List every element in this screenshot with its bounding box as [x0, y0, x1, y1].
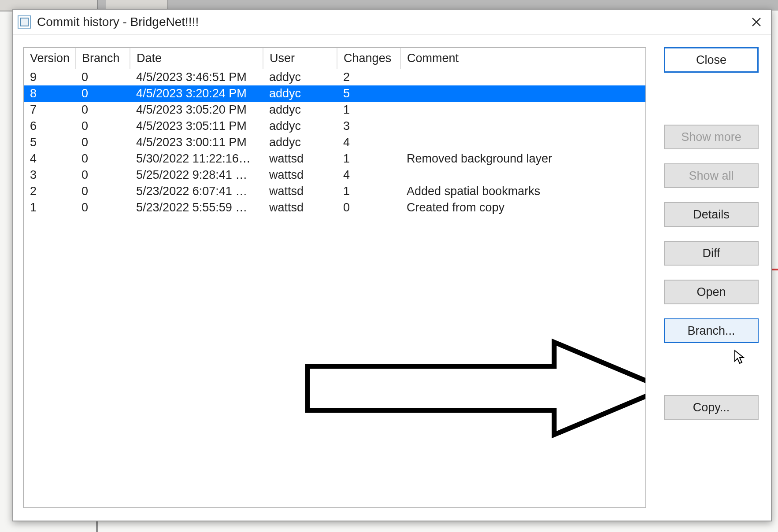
cell-date: 5/30/2022 11:22:16…	[130, 151, 263, 167]
cell-comment	[400, 85, 645, 102]
branch-button[interactable]: Branch...	[664, 318, 759, 343]
cell-user: addyc	[263, 118, 337, 134]
copy-button[interactable]: Copy...	[664, 395, 759, 420]
cell-user: wattsd	[263, 183, 337, 200]
cell-version: 7	[24, 102, 75, 118]
cell-user: wattsd	[263, 167, 337, 183]
cell-version: 5	[24, 134, 75, 151]
cell-changes: 1	[337, 102, 400, 118]
cell-branch: 0	[75, 118, 130, 134]
show-all-button[interactable]: Show all	[664, 163, 759, 188]
cell-comment	[400, 118, 645, 134]
cell-date: 4/5/2023 3:05:11 PM	[130, 118, 263, 134]
cell-version: 2	[24, 183, 75, 200]
col-branch[interactable]: Branch	[75, 48, 130, 69]
close-button[interactable]: Close	[664, 47, 759, 73]
cell-date: 4/5/2023 3:46:51 PM	[130, 69, 263, 86]
cell-version: 8	[24, 85, 75, 102]
cell-user: addyc	[263, 102, 337, 118]
close-icon[interactable]	[745, 12, 767, 32]
open-button[interactable]: Open	[664, 280, 759, 304]
arrow-annotation	[303, 338, 646, 439]
table-row[interactable]: 804/5/2023 3:20:24 PMaddyc5	[24, 85, 645, 102]
cell-comment	[400, 69, 645, 86]
col-changes[interactable]: Changes	[337, 48, 400, 69]
cell-date: 4/5/2023 3:00:11 PM	[130, 134, 263, 151]
cell-version: 1	[24, 200, 75, 216]
table-row[interactable]: 405/30/2022 11:22:16…wattsd1Removed back…	[24, 151, 645, 167]
cell-comment	[400, 102, 645, 118]
cell-changes: 0	[337, 200, 400, 216]
table-row[interactable]: 904/5/2023 3:46:51 PMaddyc2	[24, 69, 645, 86]
cell-comment: Created from copy	[400, 200, 645, 216]
cell-date: 4/5/2023 3:20:24 PM	[130, 85, 263, 102]
cell-branch: 0	[75, 151, 130, 167]
table-row[interactable]: 205/23/2022 6:07:41 …wattsd1Added spatia…	[24, 183, 645, 200]
cell-date: 4/5/2023 3:05:20 PM	[130, 102, 263, 118]
cell-branch: 0	[75, 85, 130, 102]
history-table[interactable]: Version Branch Date User Changes Comment…	[23, 47, 646, 508]
cell-changes: 5	[337, 85, 400, 102]
cell-comment	[400, 134, 645, 151]
cell-changes: 1	[337, 183, 400, 200]
app-icon	[18, 15, 31, 29]
table-row[interactable]: 105/23/2022 5:55:59 …wattsd0Created from…	[24, 200, 645, 216]
cell-branch: 0	[75, 200, 130, 216]
cell-user: wattsd	[263, 151, 337, 167]
cell-version: 9	[24, 69, 75, 86]
cell-branch: 0	[75, 167, 130, 183]
cell-comment	[400, 167, 645, 183]
diff-button[interactable]: Diff	[664, 241, 759, 266]
table-row[interactable]: 704/5/2023 3:05:20 PMaddyc1	[24, 102, 645, 118]
cell-version: 4	[24, 151, 75, 167]
side-button-panel: Close Show more Show all Details Diff Op…	[664, 47, 759, 508]
window-title: Commit history - BridgeNet!!!!	[37, 15, 199, 29]
details-button[interactable]: Details	[664, 202, 759, 227]
titlebar[interactable]: Commit history - BridgeNet!!!!	[13, 10, 771, 35]
cell-changes: 2	[337, 69, 400, 86]
table-header-row: Version Branch Date User Changes Comment	[24, 48, 645, 69]
cell-version: 3	[24, 167, 75, 183]
cell-date: 5/23/2022 5:55:59 …	[130, 200, 263, 216]
table-row[interactable]: 305/25/2022 9:28:41 …wattsd4	[24, 167, 645, 183]
table-row[interactable]: 604/5/2023 3:05:11 PMaddyc3	[24, 118, 645, 134]
cell-branch: 0	[75, 183, 130, 200]
cell-user: addyc	[263, 69, 337, 86]
cell-comment: Removed background layer	[400, 151, 645, 167]
col-comment[interactable]: Comment	[400, 48, 645, 69]
cell-comment: Added spatial bookmarks	[400, 183, 645, 200]
cell-branch: 0	[75, 134, 130, 151]
cell-changes: 4	[337, 134, 400, 151]
cell-version: 6	[24, 118, 75, 134]
dialog-body: Version Branch Date User Changes Comment…	[13, 35, 771, 521]
cell-changes: 3	[337, 118, 400, 134]
table-row[interactable]: 504/5/2023 3:00:11 PMaddyc4	[24, 134, 645, 151]
cell-changes: 1	[337, 151, 400, 167]
cell-user: addyc	[263, 85, 337, 102]
cell-user: addyc	[263, 134, 337, 151]
cell-date: 5/25/2022 9:28:41 …	[130, 167, 263, 183]
col-date[interactable]: Date	[130, 48, 263, 69]
commit-history-dialog: Commit history - BridgeNet!!!! Version B…	[12, 9, 772, 521]
show-more-button[interactable]: Show more	[664, 125, 759, 149]
col-version[interactable]: Version	[24, 48, 75, 69]
cell-date: 5/23/2022 6:07:41 …	[130, 183, 263, 200]
cell-branch: 0	[75, 102, 130, 118]
cell-changes: 4	[337, 167, 400, 183]
cell-branch: 0	[75, 69, 130, 86]
cell-user: wattsd	[263, 200, 337, 216]
col-user[interactable]: User	[263, 48, 337, 69]
